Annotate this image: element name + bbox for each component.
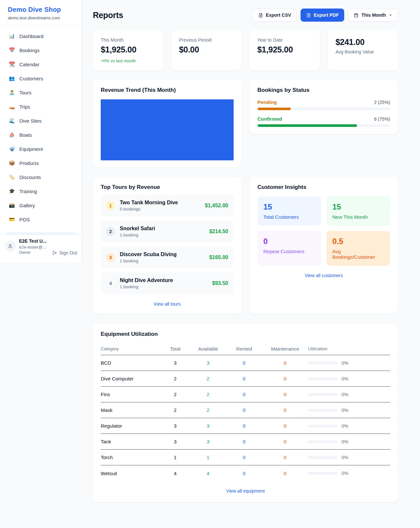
cell-total: 3 <box>160 360 190 366</box>
stat-card-year-to-date: Year to Date $1,925.00 <box>249 30 320 71</box>
utilization-bar <box>308 456 338 459</box>
export-pdf-label: Export PDF <box>314 12 339 18</box>
table-row: Fins 2 2 0 0 0% <box>101 387 390 402</box>
sidebar-item-label: Dashboard <box>19 33 43 39</box>
export-csv-button[interactable]: Export CSV <box>253 9 297 22</box>
sidebar-item-discounts[interactable]: 🏷️Discounts <box>4 171 78 183</box>
customers-icon: 👥 <box>9 75 15 81</box>
sidebar-nav: 📊Dashboard 📅Bookings 📆Calendar 👥Customer… <box>0 25 82 226</box>
cell-available: 2 <box>190 376 226 381</box>
cell-maintenance: 0 <box>262 455 308 460</box>
sidebar-item-gallery[interactable]: 📸Gallery <box>4 199 78 212</box>
products-icon: 📦 <box>9 160 15 166</box>
cell-maintenance: 0 <box>262 423 308 429</box>
equipment-icon: 🤿 <box>9 146 15 152</box>
avatar <box>5 241 16 252</box>
cell-total: 1 <box>160 455 190 460</box>
cell-maintenance: 0 <box>262 471 308 476</box>
top-tours-title: Top Tours by Revenue <box>101 184 234 191</box>
view-all-tours-link[interactable]: View all tours <box>101 301 234 307</box>
stat-card-previous-period: Previous Period $0.00 <box>171 30 242 71</box>
sidebar-item-label: Training <box>19 189 37 194</box>
stat-card-avg-booking-value: $241.00 Avg Booking Value <box>328 30 398 71</box>
sidebar-item-dashboard[interactable]: 📊Dashboard <box>4 30 78 42</box>
tour-name: Snorkel Safari <box>120 226 205 232</box>
export-csv-label: Export CSV <box>266 12 291 18</box>
rank-badge: 1 <box>106 201 115 210</box>
period-dropdown[interactable]: This Month <box>348 9 398 22</box>
cell-total: 3 <box>160 439 190 444</box>
pos-icon: 💳 <box>9 216 15 222</box>
tours-icon: 🏝️ <box>9 90 15 95</box>
bookings-by-status-title: Bookings by Status <box>258 87 390 93</box>
utilization-bar <box>308 425 338 427</box>
period-label: This Month <box>361 12 386 18</box>
col-category: Category <box>101 346 160 351</box>
sidebar-item-trips[interactable]: 🚤Trips <box>4 100 78 113</box>
sidebar-item-tours[interactable]: 🏝️Tours <box>4 86 78 99</box>
cell-utilization: 0% <box>342 471 348 476</box>
sidebar-item-customers[interactable]: 👥Customers <box>4 72 78 85</box>
table-row: Dive Computer 2 2 0 0 0% <box>101 371 390 387</box>
sidebar-item-training[interactable]: 🎓Training <box>4 185 78 197</box>
export-pdf-button[interactable]: Export PDF <box>301 9 344 22</box>
sidebar-item-calendar[interactable]: 📆Calendar <box>4 58 78 71</box>
cell-utilization: 0% <box>342 408 348 413</box>
cell-maintenance: 0 <box>262 407 308 413</box>
sidebar: Demo Dive Shop demo.test.divestreams.com… <box>0 0 82 262</box>
table-header-row: Category Total Available Rented Maintena… <box>101 343 390 355</box>
table-row: Mask 2 2 0 0 0% <box>101 402 390 418</box>
gallery-icon: 📸 <box>9 202 15 208</box>
sidebar-item-label: Customers <box>19 76 43 81</box>
cell-available: 2 <box>190 407 226 413</box>
table-row: Regulator 3 3 0 0 0% <box>101 418 390 434</box>
cell-total: 4 <box>160 471 190 476</box>
insight-value: 0.5 <box>332 237 384 246</box>
tour-revenue: $93.50 <box>212 280 228 286</box>
bookings-icon: 📅 <box>9 47 15 53</box>
sidebar-item-dive-sites[interactable]: 🌊Dive Sites <box>4 114 78 127</box>
cell-maintenance: 0 <box>262 360 308 366</box>
stat-value: $1,925.00 <box>101 45 156 54</box>
utilization-bar <box>308 393 338 396</box>
user-email: e2e-tester@... <box>19 244 49 250</box>
view-all-customers-link[interactable]: View all customers <box>258 273 390 278</box>
cell-available: 1 <box>190 455 226 460</box>
sidebar-item-boats[interactable]: ⛵Boats <box>4 129 78 141</box>
cell-rented: 0 <box>226 407 262 413</box>
sidebar-item-reports-active[interactable] <box>6 232 77 234</box>
main-content: Reports Export CSV Export PDF This Month <box>82 0 420 515</box>
shop-domain: demo.test.divestreams.com <box>8 15 74 20</box>
progress-track <box>258 108 390 110</box>
cell-utilization: 0% <box>342 423 348 429</box>
view-all-equipment-link[interactable]: View all equipment <box>101 488 390 494</box>
tour-row: 4 Night Dive Adventure 1 booking $93.50 <box>101 273 234 294</box>
cell-total: 2 <box>160 376 190 381</box>
calendar-icon: 📆 <box>9 61 15 67</box>
sign-out-icon <box>52 250 57 255</box>
stat-card-this-month: This Month $1,925.00 +0% vs last month <box>93 30 163 71</box>
dive-sites-icon: 🌊 <box>9 118 15 124</box>
tour-revenue: $214.50 <box>209 229 228 234</box>
cell-total: 2 <box>160 407 190 413</box>
sidebar-item-label: Calendar <box>19 62 39 67</box>
trips-icon: 🚤 <box>9 104 15 110</box>
tour-row: 2 Snorkel Safari 1 booking $214.50 <box>101 221 234 242</box>
tour-bookings: 1 booking <box>120 258 205 263</box>
cell-utilization: 0% <box>342 376 348 381</box>
stat-label: Avg Booking Value <box>336 49 390 54</box>
status-value: 6 (75%) <box>374 116 390 122</box>
insight-tile-new-this-month: 15 New This Month <box>326 196 390 226</box>
sidebar-item-products[interactable]: 📦Products <box>4 157 78 169</box>
insight-label: Avg Bookings/Customer <box>332 249 384 260</box>
rank-badge: 4 <box>106 279 115 288</box>
tour-name: Night Dive Adventure <box>120 277 208 283</box>
equipment-table: Category Total Available Rented Maintena… <box>101 343 390 481</box>
cell-utilization: 0% <box>342 439 348 444</box>
sidebar-item-pos[interactable]: 💳POS <box>4 213 78 226</box>
stat-label: Year to Date <box>257 37 312 43</box>
sign-out-button[interactable]: Sign Out <box>52 246 77 260</box>
sidebar-item-equipment[interactable]: 🤿Equipment <box>4 143 78 155</box>
sidebar-item-bookings[interactable]: 📅Bookings <box>4 44 78 56</box>
person-icon <box>7 243 13 249</box>
